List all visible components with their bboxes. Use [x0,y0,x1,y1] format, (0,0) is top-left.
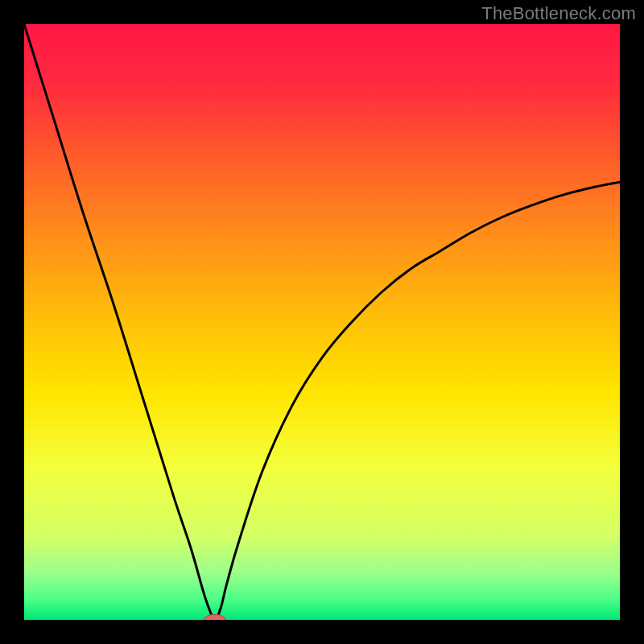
plot-background [24,24,620,620]
bottleneck-chart [0,0,644,644]
watermark-text: TheBottleneck.com [481,3,636,24]
chart-frame: TheBottleneck.com [0,0,644,644]
minimum-marker [204,614,225,625]
